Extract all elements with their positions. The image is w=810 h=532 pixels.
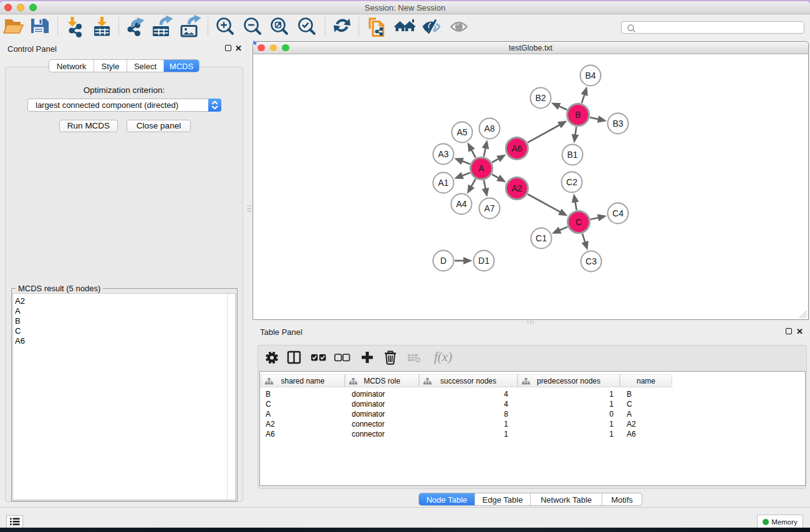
svg-text:C4: C4 — [612, 208, 624, 218]
svg-text:A7: A7 — [484, 203, 494, 213]
svg-text:B3: B3 — [612, 118, 623, 128]
svg-text:B1: B1 — [567, 150, 577, 160]
svg-text:D1: D1 — [478, 256, 489, 266]
svg-text:B2: B2 — [535, 93, 546, 103]
svg-text:C: C — [576, 217, 582, 227]
svg-text:A8: A8 — [484, 123, 494, 133]
svg-text:A3: A3 — [438, 149, 448, 159]
svg-text:C1: C1 — [536, 233, 547, 243]
svg-text:C2: C2 — [566, 177, 577, 187]
svg-text:A2: A2 — [511, 183, 522, 193]
svg-text:A6: A6 — [511, 143, 522, 153]
svg-text:A5: A5 — [456, 127, 467, 137]
svg-text:A: A — [478, 163, 485, 173]
svg-text:B4: B4 — [585, 70, 595, 80]
svg-text:C3: C3 — [586, 256, 597, 266]
svg-text:A4: A4 — [456, 199, 466, 209]
svg-text:B: B — [575, 110, 581, 120]
svg-text:D: D — [440, 256, 446, 266]
svg-text:A1: A1 — [438, 178, 448, 188]
